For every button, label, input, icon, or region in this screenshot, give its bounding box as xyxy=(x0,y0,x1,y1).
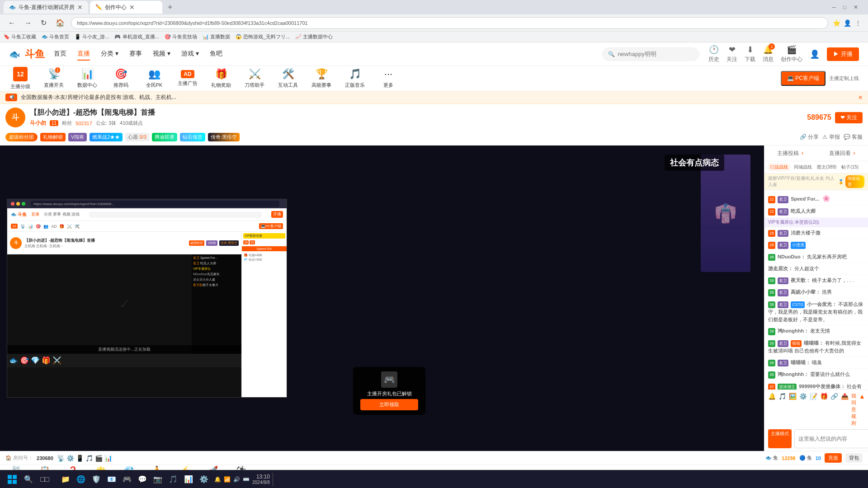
bottom-data-icon[interactable]: 📊 xyxy=(104,455,112,462)
follow-btn-header[interactable]: ❤ 关注 xyxy=(726,45,737,63)
sub-tab-image[interactable]: 图文(389) xyxy=(815,163,838,171)
extensions-icon[interactable]: ⭐ xyxy=(832,19,841,28)
taskbar-keyboard-icon[interactable]: ⌨️ xyxy=(243,476,250,483)
user-avatar[interactable]: 👤 xyxy=(810,49,820,59)
announce-close[interactable]: ✕ xyxy=(858,94,863,101)
show-desktop-icon[interactable] xyxy=(273,473,274,486)
chat-tool-note[interactable]: 📝 xyxy=(810,393,817,427)
taskbar-app-9[interactable]: 📊 xyxy=(182,473,195,486)
bookmark-4[interactable]: 🎮 单机游戏_直播... xyxy=(114,33,159,40)
stream-view[interactable]: https://www.douyu.com/topic/xqzrd?rid=23… xyxy=(0,145,764,451)
browser-maximize[interactable]: □ xyxy=(840,4,849,10)
bookmark-5[interactable]: 🎯 斗鱼竞技场 xyxy=(165,33,197,40)
popup-claim-btn[interactable]: 立即领取 xyxy=(360,399,418,410)
chat-tool-notif[interactable]: 🔔 xyxy=(768,393,776,427)
gift-unlock-badge[interactable]: 礼物解锁 xyxy=(40,133,66,141)
address-bar[interactable]: https://www.douyu.com/topic/xqzrd?rid=23… xyxy=(71,17,828,29)
bottom-music-icon[interactable]: 🎵 xyxy=(85,455,93,462)
taskbar-volume-icon[interactable]: 🔊 xyxy=(233,476,240,483)
taskbar-app-8[interactable]: 🎵 xyxy=(166,473,180,486)
sub-tab-post[interactable]: 帖子(15) xyxy=(840,163,860,171)
toolbar-switch[interactable]: 📡 1 直播开关 xyxy=(42,68,65,89)
search-box[interactable]: 🔍 xyxy=(602,47,699,61)
nav-live[interactable]: 直播 xyxy=(77,48,90,61)
toolbar-more[interactable]: ··· 更多 xyxy=(377,68,400,89)
battle-badge[interactable]: 燃果战2★★ xyxy=(90,133,123,141)
vip-upgrade-btn[interactable]: 限级优惠 xyxy=(845,175,864,188)
back-btn[interactable]: ← xyxy=(5,17,18,29)
taskview-icon[interactable]: □□ xyxy=(38,473,52,486)
settings-icon[interactable]: ⋮ xyxy=(854,19,863,28)
toolbar-esport[interactable]: 🏆 高能赛事 xyxy=(310,68,333,89)
taskbar-app-7[interactable]: 📷 xyxy=(151,473,165,486)
follow-stream-btn[interactable]: ❤ 关注 xyxy=(835,112,863,123)
taskbar-app-2[interactable]: 🌐 xyxy=(74,473,88,486)
chat-tool-image[interactable]: 🖼️ xyxy=(789,393,797,427)
chat-tab-replay[interactable]: 直播回看 › xyxy=(816,145,868,161)
fans-badge[interactable]: 超级粉丝团 xyxy=(5,133,38,141)
taskbar-app-1[interactable]: 📁 xyxy=(59,473,72,486)
tab-creator[interactable]: ✏️ 创作中心 ✕ xyxy=(90,1,162,14)
go-live-btn[interactable]: ▶ 开播 xyxy=(827,47,859,61)
start-menu-icon[interactable] xyxy=(5,473,19,486)
search-taskbar-btn[interactable]: 🔍 xyxy=(22,473,35,486)
sub-tab-subscr[interactable]: 订战战线 xyxy=(767,163,791,171)
bottom-mobile-icon[interactable]: 📱 xyxy=(76,455,84,462)
nav-home[interactable]: 首页 xyxy=(54,48,66,61)
taskbar-app-4[interactable]: 📧 xyxy=(105,473,118,486)
browser-minimize[interactable]: ─ xyxy=(829,4,839,10)
toolbar-dota[interactable]: ⚔️ 刀塔助手 xyxy=(243,68,266,89)
sub-tab-city[interactable]: 同城战线 xyxy=(792,163,814,171)
new-tab-btn[interactable]: + xyxy=(164,3,176,12)
toolbar-music[interactable]: 🎵 正版音乐 xyxy=(344,68,366,89)
agree-rules[interactable]: 我同意规则 xyxy=(851,393,856,427)
tab-stream[interactable]: 🐟 斗鱼-直播行动测试开房 ✕ xyxy=(4,1,88,14)
diamond-badge[interactable]: 钻石领赏 xyxy=(180,133,205,141)
bookmark-2[interactable]: 🐟 斗鱼首页 xyxy=(42,33,69,40)
toolbar-level[interactable]: 12 主播分级 xyxy=(9,67,32,90)
toolbar-interact[interactable]: 🛠️ 互动工具 xyxy=(277,68,299,89)
chat-tool-link[interactable]: 🔗 xyxy=(830,393,838,427)
nav-fishbar[interactable]: 鱼吧 xyxy=(210,48,222,61)
nav-video[interactable]: 视频 ▾ xyxy=(153,48,170,61)
douyu-logo[interactable]: 🐟 斗鱼 xyxy=(9,47,45,61)
creator-btn[interactable]: 🎬 创作中心 xyxy=(781,45,802,63)
bookmark-7[interactable]: 😱 恐怖游戏_无料フリ... xyxy=(236,33,290,40)
taskbar-wifi-icon[interactable]: 📶 xyxy=(224,476,231,483)
nav-game[interactable]: 游戏 ▾ xyxy=(181,48,199,61)
nav-esport[interactable]: 赛事 xyxy=(129,48,142,61)
messages-btn[interactable]: 🔔 1 消息 xyxy=(763,45,774,63)
pc-client-btn[interactable]: 💻 PC客户端 xyxy=(781,71,826,86)
share-btn[interactable]: 🔗 分享 xyxy=(800,133,819,141)
chat-input[interactable] xyxy=(794,429,868,448)
bag-btn[interactable]: 背包 xyxy=(845,453,863,463)
report-btn[interactable]: ⚠ 举报 xyxy=(822,133,840,141)
history-btn[interactable]: 🕐 历史 xyxy=(708,45,719,63)
toolbar-data[interactable]: 📊 数据中心 xyxy=(76,68,99,89)
bookmark-6[interactable]: 📊 直播数据 xyxy=(203,33,230,40)
chat-tab-host[interactable]: 主播投稿 › xyxy=(764,145,816,161)
taskbar-notif-icon[interactable]: 🔔 xyxy=(214,476,221,483)
main-radio-btn[interactable]: 主播模式 xyxy=(768,429,792,448)
taskbar-app-5[interactable]: 🎮 xyxy=(120,473,134,486)
expand-icon[interactable]: ▲ xyxy=(859,393,865,427)
toolbar-ad[interactable]: AD 主播广告 xyxy=(176,70,199,87)
taskbar-app-10[interactable]: ⚙️ xyxy=(197,473,211,486)
chat-tool-share[interactable]: 📤 xyxy=(841,393,849,427)
host-ctrl-label[interactable]: 主播定制上线 xyxy=(829,75,859,82)
toolbar-pk[interactable]: 👥 全民PK xyxy=(143,68,165,89)
bottom-video-icon[interactable]: 🎬 xyxy=(95,455,103,462)
bottom-broadcast-icon[interactable]: 📡 xyxy=(57,455,65,462)
taskbar-clock[interactable]: 13:10 2024/8/8 xyxy=(252,474,270,485)
taskbar-app-6[interactable]: 💬 xyxy=(136,473,149,486)
search-input[interactable] xyxy=(618,51,693,57)
service-btn[interactable]: 💬 客服 xyxy=(844,133,863,141)
streamer-avatar[interactable]: 斗 xyxy=(5,108,25,127)
download-btn[interactable]: ⬇ 下载 xyxy=(745,45,755,63)
taskbar-app-3[interactable]: 🛡️ xyxy=(90,473,103,486)
chat-tool-music[interactable]: 🎵 xyxy=(778,393,786,427)
tencent-badge[interactable]: 腾迪联赛 xyxy=(152,133,177,141)
bookmark-1[interactable]: 🔖 斗鱼工收藏 xyxy=(4,33,36,40)
profile-icon[interactable]: 👤 xyxy=(843,19,852,28)
tab-close-btn[interactable]: ✕ xyxy=(77,4,83,11)
